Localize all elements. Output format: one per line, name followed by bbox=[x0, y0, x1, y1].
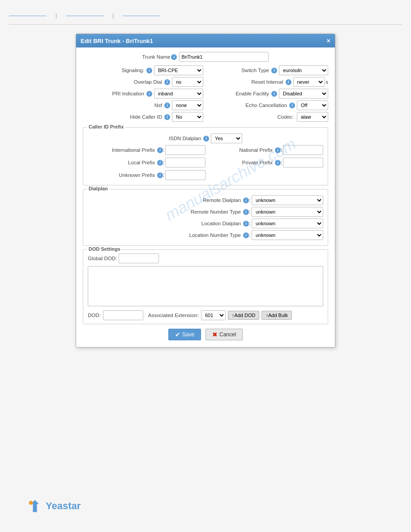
edit-bri-trunk-modal: Edit BRI Trunk - BriTrunk1 × Trunk Name … bbox=[76, 34, 335, 348]
echo-cancellation-select[interactable]: Off On bbox=[297, 100, 328, 110]
local-prefix-input[interactable] bbox=[165, 158, 206, 167]
location-number-type-label: Location Number Type bbox=[189, 232, 241, 238]
global-dod-input[interactable] bbox=[119, 253, 159, 263]
national-prefix-info-icon[interactable]: i bbox=[275, 147, 281, 153]
private-prefix-input[interactable] bbox=[283, 158, 323, 167]
global-dod-row: Global DOD: bbox=[88, 253, 323, 263]
national-prefix-field: National Prefix i : bbox=[206, 145, 323, 155]
dod-input[interactable] bbox=[103, 310, 143, 320]
location-number-type-info-icon[interactable]: i bbox=[243, 232, 249, 238]
isdn-dialplan-select[interactable]: Yes No bbox=[211, 133, 242, 143]
isdn-dialplan-field: ISDN Dialplan i Yes No bbox=[88, 133, 323, 143]
reset-interval-select[interactable]: never 30 60 bbox=[293, 77, 325, 87]
top-nav: ——————— | ——————— | ——————— bbox=[9, 9, 402, 25]
signaling-field: Signaling: i BRI-CPE BRI-NET bbox=[83, 65, 203, 75]
caller-id-prefix-section: Caller ID Prefix ISDN Dialplan i Yes No bbox=[83, 127, 328, 185]
associated-extension-select[interactable]: 601 602 603 bbox=[201, 310, 226, 320]
add-dod-button[interactable]: ↑Add DOD bbox=[228, 311, 260, 320]
echo-cancellation-info-icon[interactable]: i bbox=[289, 103, 295, 108]
location-dialplan-info-icon[interactable]: i bbox=[243, 221, 249, 227]
remote-number-type-info-icon[interactable]: i bbox=[243, 209, 249, 215]
signaling-select[interactable]: BRI-CPE BRI-NET bbox=[154, 65, 203, 75]
national-prefix-input[interactable] bbox=[283, 145, 323, 155]
international-prefix-input[interactable] bbox=[165, 145, 206, 155]
location-dialplan-label: Location Dialplan bbox=[201, 221, 241, 226]
save-checkmark-icon: ✔ bbox=[175, 331, 180, 338]
svg-point-1 bbox=[29, 501, 33, 505]
pri-indication-label: PRI Indication bbox=[112, 91, 144, 96]
caller-id-prefix-title: Caller ID Prefix bbox=[87, 124, 125, 129]
local-prefix-info-icon[interactable]: i bbox=[157, 160, 163, 166]
main-form: Signaling: i BRI-CPE BRI-NET Switch Type… bbox=[83, 65, 328, 124]
unknown-prefix-input[interactable] bbox=[165, 170, 206, 180]
nav-link-2[interactable]: ——————— bbox=[66, 13, 103, 19]
nsf-info-icon[interactable]: i bbox=[164, 103, 170, 108]
nsf-label: Nsf bbox=[154, 103, 162, 108]
remote-number-type-select[interactable]: unknown local national international pri… bbox=[252, 207, 323, 217]
remote-number-type-label: Remote Number Type bbox=[191, 209, 241, 215]
logo-text: Yeastar bbox=[46, 500, 81, 512]
hide-caller-id-label: Hide Caller ID bbox=[130, 114, 162, 120]
enable-facility-select[interactable]: Disabled Enabled bbox=[279, 89, 328, 99]
location-number-type-select[interactable]: unknown local national international pri… bbox=[252, 230, 323, 240]
save-label: Save bbox=[182, 331, 194, 338]
location-number-type-field: Location Number Type i : unknown local n… bbox=[88, 230, 323, 240]
pri-indication-info-icon[interactable]: i bbox=[146, 91, 152, 97]
isdn-dialplan-label: ISDN Dialplan bbox=[169, 136, 201, 141]
switch-type-info-icon[interactable]: i bbox=[271, 68, 277, 73]
codec-select[interactable]: alaw ulaw g729 bbox=[297, 112, 328, 122]
echo-cancellation-label: Echo Cancellation bbox=[245, 103, 287, 108]
unknown-prefix-field: Unknown Prefix i : bbox=[88, 170, 206, 180]
reset-interval-suffix: s bbox=[326, 79, 329, 85]
international-prefix-field: International Prefix i : bbox=[88, 145, 206, 155]
remote-dialplan-field: Remote Dialplan i : unknown local nation… bbox=[88, 195, 323, 205]
enable-facility-field: Enable Facility i Disabled Enabled bbox=[208, 89, 328, 99]
overlap-dial-label: Overlap Dial bbox=[134, 79, 162, 85]
pri-indication-select[interactable]: inband outofband bbox=[154, 89, 203, 99]
overlap-dial-select[interactable]: no yes bbox=[172, 77, 203, 87]
echo-cancellation-field: Echo Cancellation i Off On bbox=[208, 100, 328, 110]
signaling-label: Signaling: bbox=[121, 68, 144, 73]
remote-number-type-field: Remote Number Type i : unknown local nat… bbox=[88, 207, 323, 217]
dod-textarea[interactable] bbox=[88, 266, 323, 306]
reset-interval-field: Reset Interval i never 30 60 s bbox=[208, 77, 328, 87]
nav-link-1[interactable]: ——————— bbox=[9, 13, 47, 19]
national-prefix-label: National Prefix bbox=[239, 147, 273, 153]
overlap-dial-info-icon[interactable]: i bbox=[164, 79, 170, 85]
logo-area: Yeastar bbox=[27, 498, 81, 514]
modal-close-button[interactable]: × bbox=[327, 37, 330, 44]
dod-bottom-row: DOD: Associated Extension: 601 602 603 ↑… bbox=[88, 310, 323, 320]
local-prefix-field: Local Prefix i : bbox=[88, 158, 206, 167]
private-prefix-label: Private Prefix bbox=[242, 160, 273, 165]
cancel-x-icon: ✖ bbox=[212, 331, 218, 338]
private-prefix-info-icon[interactable]: i bbox=[275, 160, 281, 166]
enable-facility-label: Enable Facility bbox=[235, 91, 269, 96]
remote-dialplan-info-icon[interactable]: i bbox=[243, 197, 249, 203]
pri-indication-field: PRI Indication i inband outofband bbox=[83, 89, 203, 99]
dod-label: DOD: bbox=[88, 313, 101, 318]
add-bulk-button[interactable]: ↑Add Bulk bbox=[261, 311, 292, 320]
trunk-name-input[interactable] bbox=[179, 52, 269, 62]
hide-caller-id-select[interactable]: No Yes bbox=[172, 112, 203, 122]
unknown-prefix-label: Unknown Prefix bbox=[119, 172, 155, 178]
hide-caller-id-info-icon[interactable]: i bbox=[164, 114, 170, 120]
nsf-select[interactable]: none sdn adn bbox=[172, 100, 203, 110]
dod-settings-title: DOD Settings bbox=[87, 246, 122, 252]
isdn-dialplan-info-icon[interactable]: i bbox=[203, 136, 209, 142]
cancel-button[interactable]: ✖ Cancel bbox=[206, 329, 243, 340]
reset-interval-info-icon[interactable]: i bbox=[286, 79, 291, 85]
action-row: ✔ Save ✖ Cancel bbox=[83, 329, 328, 340]
remote-dialplan-select[interactable]: unknown local national international pri… bbox=[252, 195, 323, 205]
international-prefix-info-icon[interactable]: i bbox=[157, 147, 163, 153]
hide-caller-id-field: Hide Caller ID i No Yes bbox=[83, 112, 203, 122]
private-prefix-field: Private Prefix i : bbox=[206, 158, 323, 167]
switch-type-select[interactable]: euroisdn ni1 dms100 bbox=[279, 65, 328, 75]
location-dialplan-select[interactable]: unknown local national international pri… bbox=[252, 219, 323, 228]
enable-facility-info-icon[interactable]: i bbox=[271, 91, 277, 97]
unknown-prefix-info-icon[interactable]: i bbox=[157, 172, 163, 178]
nav-link-3[interactable]: ——————— bbox=[123, 13, 160, 19]
save-button[interactable]: ✔ Save bbox=[168, 329, 201, 340]
signaling-info-icon[interactable]: i bbox=[146, 68, 152, 73]
yeastar-logo-icon bbox=[27, 498, 43, 514]
trunk-name-info-icon[interactable]: i bbox=[171, 54, 177, 60]
